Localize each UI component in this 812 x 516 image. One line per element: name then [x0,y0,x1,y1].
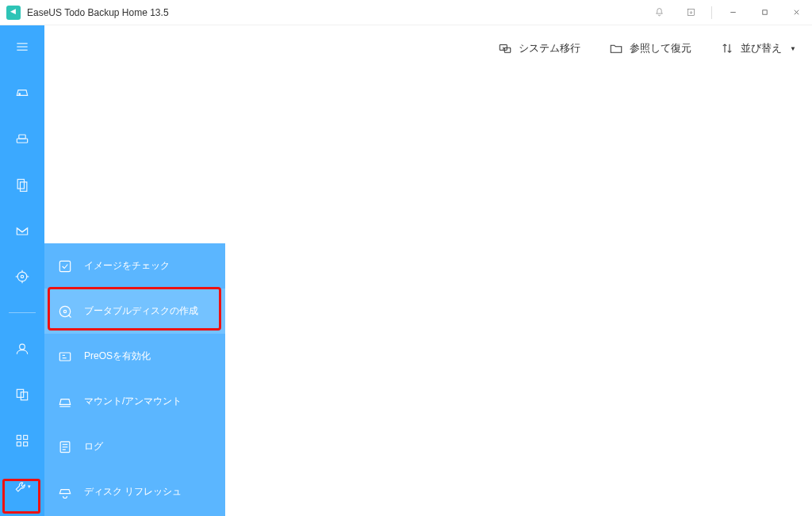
apps-icon[interactable] [0,429,44,453]
svg-point-8 [19,94,21,95]
submenu-label: ログ [84,440,103,453]
mail-backup-icon[interactable] [0,219,44,243]
activation-icon[interactable] [675,0,707,25]
submenu-disk-refresh[interactable]: ディスク リフレッシュ [44,469,225,514]
submenu-label: マウント/アンマウント [84,395,182,408]
folder-icon [609,41,623,55]
submenu-label: PreOSを有効化 [84,350,151,363]
sidebar: ▾ [0,25,44,516]
svg-point-28 [63,310,66,312]
file-backup-icon[interactable] [0,173,44,197]
svg-line-29 [68,315,71,317]
toolbar-label: 参照して復元 [630,41,691,55]
toolbar-label: システム移行 [519,41,580,55]
svg-rect-21 [21,392,27,400]
system-backup-icon[interactable] [0,127,44,151]
enable-preos-icon [57,349,73,365]
disk-backup-icon[interactable] [0,81,44,105]
titlebar: EaseUS Todo Backup Home 13.5 [0,0,812,25]
main-content: システム移行 参照して復元 並び替え ▼ [225,25,812,516]
sort-button[interactable]: 並び替え ▼ [720,41,796,55]
submenu-mount-unmount[interactable]: マウント/アンマウント [44,379,225,424]
submenu-log[interactable]: ログ [44,424,225,469]
separator [711,6,712,19]
window-buttons [643,0,812,25]
svg-rect-26 [59,261,70,271]
app-icon [6,6,21,20]
svg-rect-22 [17,435,21,439]
top-toolbar: システム移行 参照して復元 並び替え ▼ [498,41,796,55]
svg-rect-23 [24,435,28,439]
svg-point-13 [17,272,27,281]
submenu-label: イメージをチェック [84,259,170,273]
svg-rect-11 [17,179,24,189]
tools-submenu: イメージをチェック ブータブルディスクの作成 PreOSを有効化 マウント/アン… [44,243,225,516]
svg-rect-9 [17,139,27,143]
svg-rect-2 [762,10,766,14]
submenu-label: ブータブルディスクの作成 [84,304,198,318]
svg-rect-10 [19,135,25,139]
submenu-create-bootable[interactable]: ブータブルディスクの作成 [44,289,225,334]
svg-rect-20 [17,389,23,397]
svg-rect-30 [59,353,70,361]
system-transfer-button[interactable]: システム移行 [498,41,580,55]
chevron-down-icon: ▼ [790,45,796,52]
submenu-check-image[interactable]: イメージをチェック [44,243,225,289]
notification-icon[interactable] [643,0,675,25]
target-icon[interactable] [0,265,44,289]
svg-rect-24 [17,442,21,446]
sidebar-divider [9,312,36,313]
toolbar-label: 並び替え [741,41,782,55]
create-bootable-icon [57,304,73,319]
hamburger-icon[interactable] [0,35,44,59]
svg-rect-12 [21,182,27,192]
svg-rect-25 [24,442,28,446]
sort-icon [720,41,734,55]
browse-restore-button[interactable]: 参照して復元 [609,41,691,55]
svg-point-19 [20,344,25,350]
maximize-button[interactable] [749,0,780,25]
account-icon[interactable] [0,337,44,361]
close-button[interactable] [780,0,812,25]
mount-icon [57,394,73,410]
system-transfer-icon [498,41,512,55]
window-title: EaseUS Todo Backup Home 13.5 [27,7,643,18]
log-icon [57,439,73,455]
clone-icon[interactable] [0,383,44,407]
svg-point-14 [21,275,23,277]
submenu-enable-preos[interactable]: PreOSを有効化 [44,334,225,379]
submenu-label: ディスク リフレッシュ [84,485,182,499]
disk-refresh-icon [57,484,73,500]
minimize-button[interactable] [717,0,749,25]
check-image-icon [57,258,73,274]
tools-wrench-icon[interactable]: ▾ [0,475,44,499]
